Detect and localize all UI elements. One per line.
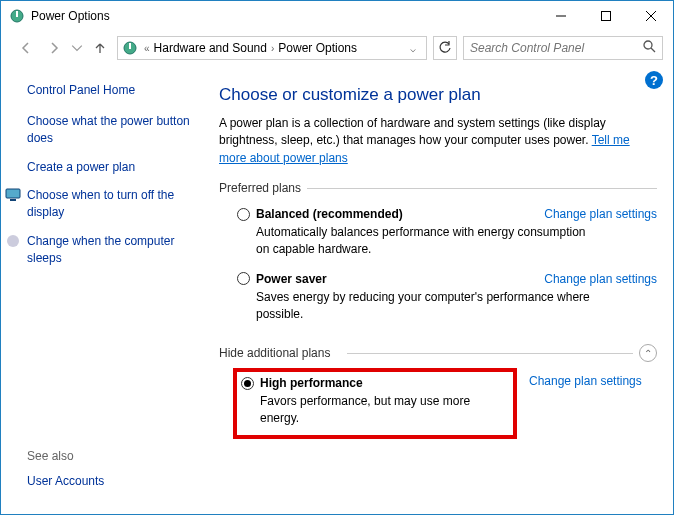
page-heading: Choose or customize a power plan xyxy=(219,85,657,105)
sidebar-link[interactable]: Choose what the power button does xyxy=(27,113,203,147)
minimize-button[interactable] xyxy=(538,2,583,30)
monitor-icon xyxy=(5,187,21,203)
sidebar-link[interactable]: User Accounts xyxy=(27,473,203,490)
radio-high-performance[interactable] xyxy=(241,377,254,390)
preferred-plans-label: Preferred plans xyxy=(219,181,657,195)
svg-point-12 xyxy=(7,235,19,247)
nav-bar: « Hardware and Sound › Power Options ⌵ xyxy=(1,31,673,65)
address-icon xyxy=(122,40,138,56)
plan-name[interactable]: Balanced (recommended) xyxy=(256,207,403,221)
plan-name[interactable]: High performance xyxy=(260,376,363,390)
title-bar: Power Options xyxy=(1,1,673,31)
svg-point-8 xyxy=(644,41,652,49)
sidebar-link-label[interactable]: Choose what the power button does xyxy=(27,113,203,147)
plan-description: Favors performance, but may use more ene… xyxy=(260,393,505,427)
sidebar-link[interactable]: Create a power plan xyxy=(27,159,203,176)
help-icon[interactable]: ? xyxy=(645,71,663,89)
change-plan-settings-link[interactable]: Change plan settings xyxy=(544,272,657,286)
moon-icon xyxy=(5,233,21,249)
window-title: Power Options xyxy=(31,9,110,23)
sidebar-link[interactable]: Choose when to turn off the display xyxy=(5,187,203,221)
svg-rect-11 xyxy=(10,199,16,201)
collapse-icon[interactable]: ⌃ xyxy=(639,344,657,362)
app-icon xyxy=(9,8,25,24)
forward-button[interactable] xyxy=(43,37,65,59)
control-panel-home-link[interactable]: Control Panel Home xyxy=(27,83,203,97)
plan-name[interactable]: Power saver xyxy=(256,272,327,286)
radio-power-saver[interactable] xyxy=(237,272,250,285)
sidebar: Control Panel Home Choose what the power… xyxy=(1,65,213,514)
close-button[interactable] xyxy=(628,2,673,30)
search-input[interactable] xyxy=(470,41,643,55)
breadcrumb-item[interactable]: Power Options xyxy=(278,41,357,55)
breadcrumb-item[interactable]: Hardware and Sound xyxy=(154,41,267,55)
address-dropdown-icon[interactable]: ⌵ xyxy=(404,43,422,54)
recent-dropdown[interactable] xyxy=(71,37,83,59)
change-plan-settings-link[interactable]: Change plan settings xyxy=(529,368,642,388)
plan-power-saver: Power saver Change plan settings Saves e… xyxy=(219,268,657,333)
svg-line-9 xyxy=(651,48,655,52)
refresh-button[interactable] xyxy=(433,36,457,60)
sidebar-link-label[interactable]: Create a power plan xyxy=(27,159,135,176)
change-plan-settings-link[interactable]: Change plan settings xyxy=(544,207,657,221)
search-icon[interactable] xyxy=(643,40,656,56)
chevron-icon: « xyxy=(142,43,152,54)
hide-additional-plans-label[interactable]: Hide additional plans ⌃ xyxy=(219,346,657,360)
sidebar-link[interactable]: Change when the computer sleeps xyxy=(5,233,203,267)
plan-description: Automatically balances performance with … xyxy=(256,224,596,258)
svg-rect-10 xyxy=(6,189,20,198)
plan-high-performance-highlighted: High performance Favors performance, but… xyxy=(233,368,517,439)
maximize-button[interactable] xyxy=(583,2,628,30)
see-also-label: See also xyxy=(27,449,203,463)
address-bar[interactable]: « Hardware and Sound › Power Options ⌵ xyxy=(117,36,427,60)
sidebar-link-label[interactable]: Choose when to turn off the display xyxy=(27,187,203,221)
radio-balanced[interactable] xyxy=(237,208,250,221)
sidebar-link-label[interactable]: Change when the computer sleeps xyxy=(27,233,203,267)
svg-rect-3 xyxy=(601,12,610,21)
sidebar-link-label[interactable]: User Accounts xyxy=(27,473,104,490)
svg-rect-1 xyxy=(16,11,18,17)
search-box[interactable] xyxy=(463,36,663,60)
up-button[interactable] xyxy=(89,37,111,59)
plan-description: Saves energy by reducing your computer's… xyxy=(256,289,596,323)
svg-rect-7 xyxy=(129,43,131,49)
back-button[interactable] xyxy=(15,37,37,59)
page-description: A power plan is a collection of hardware… xyxy=(219,115,649,167)
content-pane: ? Choose or customize a power plan A pow… xyxy=(213,65,673,514)
chevron-right-icon: › xyxy=(269,43,276,54)
plan-balanced: Balanced (recommended) Change plan setti… xyxy=(219,203,657,268)
